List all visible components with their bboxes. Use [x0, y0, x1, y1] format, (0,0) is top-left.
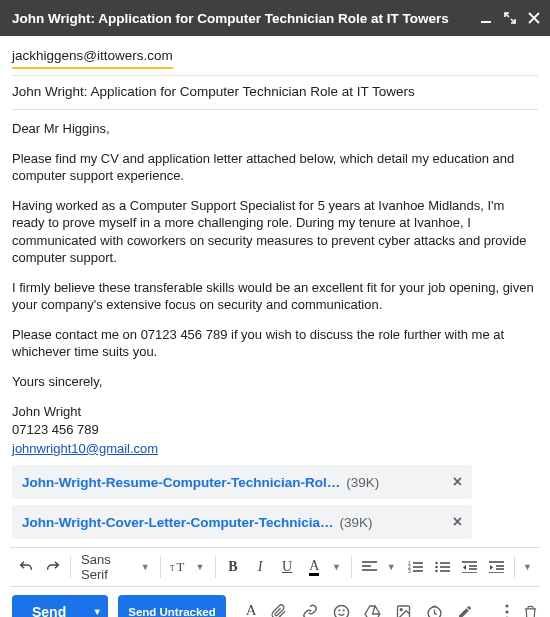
- attachment-name: John-Wright-Resume-Computer-Technician-R…: [22, 475, 340, 490]
- attachment-size: (39K): [346, 475, 379, 490]
- undo-icon[interactable]: [14, 553, 37, 581]
- svg-point-13: [400, 609, 402, 611]
- svg-point-7: [435, 566, 437, 568]
- drive-icon[interactable]: [364, 604, 381, 617]
- text-format-icon[interactable]: A: [246, 604, 257, 617]
- svg-point-6: [435, 562, 437, 564]
- attachment-size: (39K): [340, 515, 373, 530]
- image-icon[interactable]: [395, 604, 412, 617]
- body-paragraph: Please find my CV and application letter…: [12, 150, 538, 185]
- svg-text:T: T: [170, 565, 175, 573]
- more-options-icon[interactable]: [505, 604, 509, 617]
- indent-less-icon[interactable]: [458, 553, 481, 581]
- svg-point-8: [435, 570, 437, 572]
- separator: [514, 556, 515, 578]
- separator: [160, 556, 161, 578]
- chevron-down-icon[interactable]: ▼: [330, 562, 345, 572]
- signature-phone: 07123 456 789: [12, 421, 538, 439]
- email-body[interactable]: Dear Mr Higgins, Please find my CV and a…: [12, 120, 538, 457]
- body-paragraph: Having worked as a Computer Support Spec…: [12, 197, 538, 267]
- separator: [70, 556, 71, 578]
- svg-point-10: [339, 610, 340, 611]
- window-title: John Wright: Application for Computer Te…: [12, 11, 449, 26]
- attachment-name: John-Wright-Cover-Letter-Computer-Techni…: [22, 515, 334, 530]
- font-family-select[interactable]: Sans Serif: [77, 552, 135, 582]
- text-color-icon[interactable]: A: [303, 553, 326, 581]
- signature-email-link[interactable]: johnwright10@gmail.com: [12, 441, 158, 456]
- to-field-row[interactable]: jackhiggens@ittowers.com: [12, 44, 538, 69]
- attachments-list: John-Wright-Resume-Computer-Technician-R…: [12, 465, 538, 539]
- bold-icon[interactable]: B: [221, 553, 244, 581]
- remove-attachment-icon[interactable]: ×: [453, 513, 462, 531]
- more-formatting-icon[interactable]: ▼: [521, 562, 536, 572]
- send-button[interactable]: Send: [12, 595, 86, 617]
- recipient-chip[interactable]: jackhiggens@ittowers.com: [12, 44, 173, 69]
- font-size-icon[interactable]: TT: [166, 553, 189, 581]
- signature-name: John Wright: [12, 403, 538, 421]
- chevron-down-icon[interactable]: ▼: [139, 562, 154, 572]
- minimize-icon[interactable]: [480, 12, 492, 24]
- emoji-icon[interactable]: [333, 604, 350, 617]
- attachment-row[interactable]: John-Wright-Resume-Computer-Technician-R…: [12, 465, 472, 499]
- window-controls: [480, 12, 540, 24]
- action-row: Send ▼ Send Untracked A: [0, 587, 550, 617]
- titlebar: John Wright: Application for Computer Te…: [0, 0, 550, 36]
- attachment-row[interactable]: John-Wright-Cover-Letter-Computer-Techni…: [12, 505, 472, 539]
- italic-icon[interactable]: I: [248, 553, 271, 581]
- chevron-down-icon[interactable]: ▼: [194, 562, 209, 572]
- numbered-list-icon[interactable]: 123: [404, 553, 427, 581]
- signature-email: johnwright10@gmail.com: [12, 440, 538, 458]
- body-paragraph: I firmly believe these transferable skil…: [12, 279, 538, 314]
- body-paragraph: Please contact me on 07123 456 789 if yo…: [12, 326, 538, 361]
- link-icon[interactable]: [301, 604, 319, 617]
- indent-more-icon[interactable]: [485, 553, 508, 581]
- send-options-dropdown[interactable]: ▼: [86, 595, 108, 617]
- pen-icon[interactable]: [457, 604, 473, 617]
- greeting: Dear Mr Higgins,: [12, 120, 538, 138]
- separator: [215, 556, 216, 578]
- action-left: Send ▼ Send Untracked A: [12, 595, 473, 617]
- redo-icon[interactable]: [41, 553, 64, 581]
- formatting-toolbar: Sans Serif ▼ TT ▼ B I U A ▼ ▼ 123 ▼: [10, 547, 540, 587]
- close-icon[interactable]: [528, 12, 540, 24]
- expand-icon[interactable]: [504, 12, 516, 24]
- confidential-icon[interactable]: [426, 604, 443, 617]
- trash-icon[interactable]: [523, 604, 538, 617]
- closing: Yours sincerely,: [12, 373, 538, 391]
- divider: [12, 109, 538, 110]
- subject-field[interactable]: John Wright: Application for Computer Te…: [12, 76, 538, 103]
- bullet-list-icon[interactable]: [431, 553, 454, 581]
- svg-text:T: T: [176, 560, 184, 574]
- chevron-down-icon[interactable]: ▼: [385, 562, 400, 572]
- compose-icons: A: [246, 603, 473, 617]
- send-untracked-button[interactable]: Send Untracked: [118, 595, 226, 617]
- separator: [351, 556, 352, 578]
- attach-icon[interactable]: [271, 603, 287, 617]
- remove-attachment-icon[interactable]: ×: [453, 473, 462, 491]
- compose-content: jackhiggens@ittowers.com John Wright: Ap…: [0, 36, 550, 539]
- svg-rect-0: [481, 21, 491, 23]
- svg-point-16: [505, 611, 508, 614]
- svg-text:3: 3: [408, 568, 411, 573]
- underline-icon[interactable]: U: [276, 553, 299, 581]
- align-icon[interactable]: [358, 553, 381, 581]
- svg-point-15: [505, 605, 508, 608]
- svg-point-11: [343, 610, 344, 611]
- action-right: [505, 604, 538, 617]
